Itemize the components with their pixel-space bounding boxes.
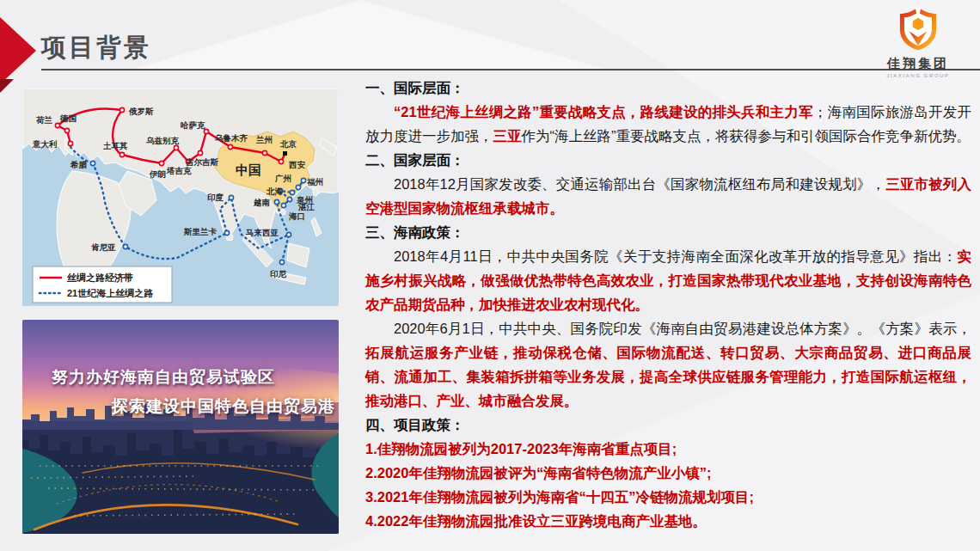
paragraph-national: 2018年12月国家发改委、交通运输部出台《国家物流枢纽布局和建设规划》，三亚市… — [365, 172, 971, 220]
project-policy-item-1: 1.佳翔物流园被列为2017-2023年海南省重点项目; — [365, 437, 971, 461]
text-run: 3.2021年佳翔物流园被列为海南省“十四五”冷链物流规划项目; — [365, 489, 754, 505]
city-label: 马来西亚 — [245, 228, 279, 237]
section-heading-national: 二、国家层面： — [365, 148, 971, 172]
section-heading-international: 一、国际层面： — [365, 76, 971, 100]
text-run: “21世纪海上丝绸之路”重要战略支点，路线建设的排头兵和主力军 — [394, 104, 813, 119]
city-label: 德国 — [59, 113, 77, 123]
beijing-marker — [283, 151, 287, 156]
city-label: 乌鲁木齐 — [214, 133, 248, 143]
text-run: 作为“海上丝路”重要战略支点，将获得参与和引领国际合作竞争新优势。 — [522, 128, 971, 144]
city-label: 荷兰 — [36, 115, 53, 125]
city-label: 福州 — [306, 177, 323, 187]
city-label: 西安 — [288, 160, 306, 169]
china-label: 中国 — [236, 162, 261, 177]
city-label: 越南 — [253, 198, 271, 207]
silk-road-map: 荷兰 德国 意大利 俄罗斯 希腊 土耳其 伊朗 乌兹别克 塔吉克 吉尔吉斯 哈萨… — [22, 89, 339, 306]
company-name: 佳翔集团 — [872, 56, 965, 72]
text-run: 2018年4月11日，中共中央国务院《关于支持海南全面深化改革开放的指导意见》指… — [394, 248, 958, 264]
page-title: 项目背景 — [41, 31, 151, 65]
legend-label: 21世纪海上丝绸之路 — [67, 288, 153, 298]
red-arrow-icon — [0, 17, 36, 84]
photo-caption-line1: 努力办好海南自由贸易试验区 — [52, 366, 275, 389]
paragraph-hainan-policy-1: 2018年4月11日，中共中央国务院《关于支持海南全面深化改革开放的指导意见》指… — [365, 244, 971, 316]
project-policy-item-4: 4.2022年佳翔物流园批准设立三亚跨境电商产业基地。 — [365, 509, 971, 533]
project-policy-item-3: 3.2021年佳翔物流园被列为海南省“十四五”冷链物流规划项目; — [365, 485, 971, 509]
city-label: 北京 — [279, 139, 297, 149]
slide: { "header": { "title": "项目背景", "logo": {… — [0, 0, 980, 551]
paragraph-hainan-policy-2: 2020年6月1日，中共中央、国务院印发《海南自由贸易港建设总体方案》。《方案》… — [365, 316, 971, 413]
city-label: 北海 — [266, 187, 284, 196]
text-run: 三、海南政策： — [365, 224, 465, 240]
legend-label: 丝绸之路经济带 — [66, 272, 133, 283]
background-facet — [129, 0, 610, 70]
map-legend: 丝绸之路经济带 21世纪海上丝绸之路 — [33, 266, 172, 303]
city-label: 湛江 — [297, 202, 315, 211]
city-label: 兰州 — [255, 135, 273, 144]
city-label: 塔吉克 — [166, 166, 192, 175]
silk-road-map-image: 荷兰 德国 意大利 俄罗斯 希腊 土耳其 伊朗 乌兹别克 塔吉克 吉尔吉斯 哈萨… — [22, 89, 339, 306]
text-run: 二、国家层面： — [365, 152, 465, 168]
paragraph-international: “21世纪海上丝绸之路”重要战略支点，路线建设的排头兵和主力军；海南国际旅游岛开… — [365, 100, 971, 148]
text-run: 2018年12月国家发改委、交通运输部出台《国家物流枢纽布局和建设规划》， — [394, 176, 885, 192]
content-column: 一、国际层面： “21世纪海上丝绸之路”重要战略支点，路线建设的排头兵和主力军；… — [365, 76, 971, 533]
text-run: 4.2022年佳翔物流园批准设立三亚跨境电商产业基地。 — [365, 513, 707, 529]
text-run: 2.2020年佳翔物流园被评为“海南省特色物流产业小镇”; — [365, 465, 711, 481]
company-logo: 佳翔集团 JIAXIANG GROUP — [872, 5, 965, 78]
city-label: 希腊 — [70, 160, 88, 169]
project-policy-item-2: 2.2020年佳翔物流园被评为“海南省特色物流产业小镇”; — [365, 461, 971, 485]
city-photo-image: 努力办好海南自由贸易试验区 探索建设中国特色自由贸易港 — [22, 320, 339, 534]
shield-logo-icon — [896, 5, 940, 52]
city-label: 吉尔吉斯 — [185, 157, 219, 167]
text-run: 拓展航运服务产业链，推动保税仓储、国际物流配送、转口贸易、大宗商品贸易、进口商品… — [365, 345, 971, 408]
section-heading-hainan-policy: 三、海南政策： — [365, 220, 971, 244]
city-label: 斯里兰卡 — [183, 227, 217, 236]
city-label: 印尼 — [270, 269, 287, 279]
city-label: 肯尼亚 — [91, 242, 116, 252]
city-label: 印度 — [207, 193, 224, 202]
text-run: 2020年6月1日，中共中央、国务院印发《海南自由贸易港建设总体方案》。《方案》… — [394, 321, 971, 336]
city-label: 海口 — [288, 211, 305, 221]
photo-caption-line2: 探索建设中国特色自由贸易港 — [112, 395, 335, 418]
section-heading-project-policy: 四、项目政策： — [365, 413, 971, 437]
city-photo — [22, 320, 339, 534]
city-label: 伊朗 — [149, 169, 166, 179]
red-arrow-shadow — [0, 79, 14, 93]
city-label: 哈萨克 — [181, 120, 205, 130]
city-label: 乌兹别克 — [145, 136, 180, 145]
text-run: 1.佳翔物流园被列为2017-2023年海南省重点项目; — [365, 441, 677, 456]
city-label: 广州 — [274, 174, 291, 183]
city-label: 俄罗斯 — [128, 107, 154, 116]
city-label: 土耳其 — [102, 141, 128, 150]
text-run: 三亚 — [493, 128, 522, 144]
text-run: 四、项目政策： — [365, 417, 465, 432]
text-run: 一、国际层面： — [365, 80, 465, 95]
city-label: 意大利 — [32, 139, 58, 149]
header-divider — [41, 69, 980, 70]
